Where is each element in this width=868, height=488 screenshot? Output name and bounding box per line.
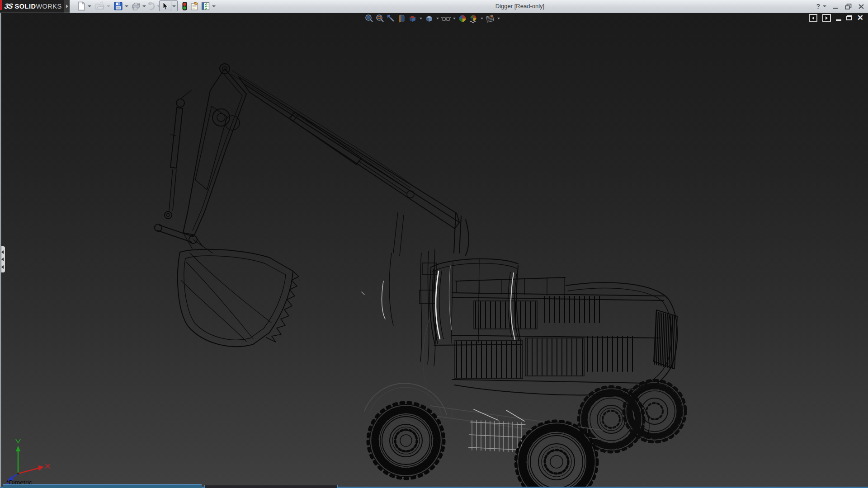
- document-minimize-icon[interactable]: [836, 19, 841, 21]
- zoom-to-area-icon[interactable]: [375, 14, 385, 23]
- file-properties-icon[interactable]: [190, 1, 199, 11]
- excavator-wireframe-model[interactable]: [0, 0, 868, 488]
- logo-text: SOLIDWORKS: [15, 3, 62, 10]
- apply-scene-caret[interactable]: [481, 18, 483, 19]
- print-icon[interactable]: [131, 1, 141, 11]
- options-checklist-icon[interactable]: [201, 1, 210, 11]
- previous-view-icon[interactable]: [386, 14, 396, 23]
- logo-red-flag: [0, 0, 2, 10]
- new-document-caret[interactable]: [88, 5, 91, 7]
- select-tool-caret-button[interactable]: [171, 0, 178, 11]
- open-document-icon[interactable]: [95, 1, 104, 11]
- select-tool-caret: [172, 5, 176, 7]
- view-orientation-icon[interactable]: [408, 14, 417, 23]
- open-document-caret[interactable]: [107, 5, 110, 7]
- title-bar: 3S SOLIDWORKS: [0, 0, 868, 13]
- display-style-caret[interactable]: [436, 18, 439, 19]
- collapse-arrow-icon: [1, 265, 4, 269]
- view-simulation-traffic-light-icon[interactable]: [180, 1, 189, 11]
- hide-show-items-caret[interactable]: [453, 18, 456, 19]
- print-caret[interactable]: [142, 5, 146, 7]
- app-window-controls: ?: [816, 0, 864, 13]
- bucket: [178, 249, 299, 347]
- select-cursor-icon: [162, 2, 170, 10]
- select-tool-button[interactable]: [159, 0, 171, 11]
- document-close-icon[interactable]: ✕: [857, 15, 863, 21]
- taskbar-button-edge[interactable]: [3, 484, 202, 488]
- logo-mark: 3S: [4, 2, 13, 10]
- pane-left-icon[interactable]: [809, 14, 817, 22]
- view-orientation-caret[interactable]: [420, 18, 422, 19]
- help-caret[interactable]: [823, 5, 826, 7]
- options-caret[interactable]: [212, 5, 216, 7]
- save-caret[interactable]: [125, 5, 128, 7]
- view-settings-icon[interactable]: [486, 14, 495, 23]
- zoom-to-fit-icon[interactable]: [364, 14, 374, 23]
- new-document-icon[interactable]: [77, 1, 86, 11]
- pane-right-icon[interactable]: [822, 14, 831, 22]
- section-view-icon[interactable]: [397, 14, 406, 23]
- collapse-arrow-icon: [1, 250, 4, 254]
- window-title: Digger [Read-only]: [470, 0, 570, 13]
- save-icon[interactable]: [113, 1, 123, 11]
- boom-arm: [155, 64, 459, 253]
- taskbar-button-edge[interactable]: [204, 485, 338, 488]
- collapse-arrow-icon: [1, 258, 4, 261]
- window-left-border-inner: [1, 13, 1, 488]
- help-button[interactable]: ?: [816, 3, 820, 9]
- apply-scene-icon[interactable]: [469, 14, 478, 23]
- document-window-controls: ✕: [809, 14, 863, 22]
- app-close-icon[interactable]: [858, 4, 864, 9]
- display-style-icon[interactable]: [425, 14, 434, 23]
- undo-icon[interactable]: [146, 1, 156, 11]
- edit-appearance-icon[interactable]: [458, 14, 467, 23]
- heads-up-view-toolbar: [364, 14, 501, 23]
- taskbar-edge: [0, 484, 868, 488]
- document-restore-icon[interactable]: [846, 15, 852, 20]
- solidworks-logo: 3S SOLIDWORKS: [0, 0, 64, 13]
- expand-arrow-icon: [66, 5, 68, 8]
- app-restore-icon[interactable]: [845, 4, 852, 9]
- app-minimize-icon[interactable]: [833, 4, 839, 9]
- menu-expand-button[interactable]: [64, 0, 70, 13]
- hide-show-items-icon[interactable]: [441, 14, 451, 23]
- view-settings-caret[interactable]: [497, 18, 500, 19]
